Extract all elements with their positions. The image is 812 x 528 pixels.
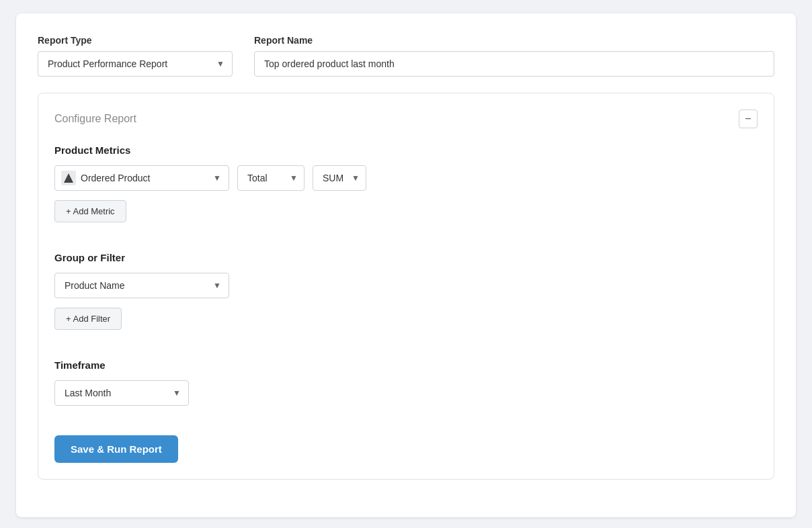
configure-report-title: Configure Report: [54, 113, 136, 125]
group-filter-label: Group or Filter: [54, 252, 758, 263]
report-name-input[interactable]: [254, 51, 774, 77]
page-container: Report Type Product Performance Report S…: [16, 13, 796, 517]
total-select[interactable]: Total Average Count: [237, 165, 304, 191]
timeframe-select[interactable]: Last Month Last Week Last Quarter Last Y…: [54, 380, 189, 406]
timeframe-label: Timeframe: [54, 359, 758, 371]
collapse-button[interactable]: −: [739, 109, 758, 128]
filter-select[interactable]: Product Name Category SKU: [54, 273, 229, 298]
sum-select-wrapper: SUM AVG MAX MIN ▼: [313, 165, 366, 191]
report-type-select-wrapper: Product Performance Report Sales Report …: [38, 51, 233, 77]
ordered-product-select-wrapper: Ordered Product Revenue Units Sold ▼: [54, 165, 229, 191]
metrics-row: Ordered Product Revenue Units Sold ▼ Tot…: [54, 165, 758, 191]
save-run-button[interactable]: Save & Run Report: [54, 435, 178, 463]
group-filter-block: Group or Filter Product Name Category SK…: [54, 252, 758, 346]
timeframe-select-wrapper: Last Month Last Week Last Quarter Last Y…: [54, 380, 189, 406]
configure-header: Configure Report −: [54, 109, 758, 128]
report-type-label: Report Type: [38, 35, 233, 46]
collapse-icon: −: [745, 114, 751, 124]
configure-report-section: Configure Report − Product Metrics: [38, 93, 774, 480]
filter-select-wrapper: Product Name Category SKU ▼: [54, 273, 229, 298]
product-metrics-label: Product Metrics: [54, 144, 758, 156]
report-type-field-group: Report Type Product Performance Report S…: [38, 35, 233, 77]
timeframe-block: Timeframe Last Month Last Week Last Quar…: [54, 359, 758, 422]
ordered-product-select[interactable]: Ordered Product Revenue Units Sold: [54, 165, 229, 191]
top-section: Report Type Product Performance Report S…: [38, 35, 774, 77]
add-metric-button[interactable]: + Add Metric: [54, 200, 126, 222]
product-metrics-block: Product Metrics Ordered Product Revenue …: [54, 144, 758, 238]
total-select-wrapper: Total Average Count ▼: [237, 165, 304, 191]
sum-select[interactable]: SUM AVG MAX MIN: [313, 165, 366, 191]
report-name-field-group: Report Name: [254, 35, 774, 77]
add-filter-button[interactable]: + Add Filter: [54, 308, 122, 330]
report-name-label: Report Name: [254, 35, 774, 46]
report-type-select[interactable]: Product Performance Report Sales Report …: [38, 51, 233, 77]
